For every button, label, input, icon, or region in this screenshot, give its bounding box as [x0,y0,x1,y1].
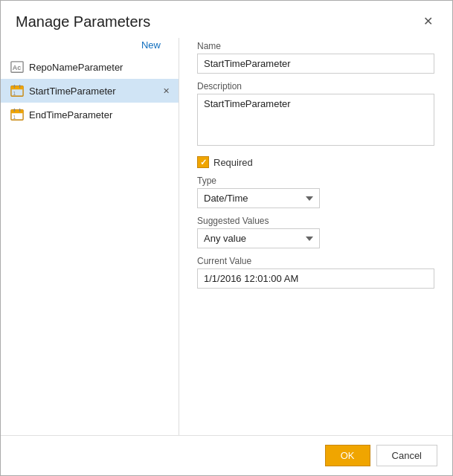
svg-text:1: 1 [13,115,16,120]
type-field-group: Type Date/Time Text Number Boolean Any [197,176,434,208]
list-item[interactable]: 1 EndTimeParameter [1,103,179,126]
param-label: StartTimeParameter [29,86,159,97]
abc-icon: Ac [10,60,25,74]
right-panel: Name Description StartTimeParameter ✓ Re… [179,38,452,435]
new-link[interactable]: New [141,36,170,55]
description-field-group: Description StartTimeParameter [197,81,434,146]
description-label: Description [197,81,434,91]
required-checkbox[interactable]: ✓ [197,156,209,168]
manage-parameters-dialog: Manage Parameters ✕ New Ac RepoNameParam… [0,0,453,476]
param-close-button[interactable]: ✕ [159,84,173,97]
name-field-group: Name [197,41,434,74]
calendar-icon: 1 [10,83,25,98]
cancel-button[interactable]: Cancel [376,445,437,466]
type-select[interactable]: Date/Time Text Number Boolean Any [197,188,320,208]
list-item[interactable]: 1 StartTimeParameter ✕ [1,79,179,103]
current-value-label: Current Value [197,256,434,266]
calendar-icon: 1 [10,107,25,122]
left-panel: New Ac RepoNameParameter [1,38,179,435]
param-label: EndTimeParameter [29,109,173,120]
param-label: RepoNameParameter [29,62,173,73]
svg-text:Ac: Ac [13,64,22,71]
dialog-title: Manage Parameters [16,13,150,30]
current-value-input[interactable] [197,268,434,289]
type-label: Type [197,176,434,186]
current-value-field-group: Current Value [197,256,434,289]
dialog-content: New Ac RepoNameParameter [1,30,452,435]
close-button[interactable]: ✕ [419,13,437,30]
required-row: ✓ Required [197,156,434,168]
param-list: Ac RepoNameParameter 1 [1,55,179,428]
ok-button[interactable]: OK [325,445,370,466]
svg-rect-3 [11,86,23,90]
svg-rect-8 [11,110,23,114]
check-mark: ✓ [200,158,207,167]
suggested-values-select[interactable]: Any value List of values Query [197,228,320,248]
list-item[interactable]: Ac RepoNameParameter [1,55,179,79]
dialog-titlebar: Manage Parameters ✕ [1,1,452,30]
name-label: Name [197,41,434,51]
name-input[interactable] [197,54,434,74]
required-label: Required [213,157,253,168]
description-textarea[interactable]: StartTimeParameter [197,94,434,146]
suggested-values-field-group: Suggested Values Any value List of value… [197,216,434,248]
dialog-footer: OK Cancel [1,435,452,475]
suggested-values-label: Suggested Values [197,216,434,226]
svg-text:1: 1 [13,91,16,96]
